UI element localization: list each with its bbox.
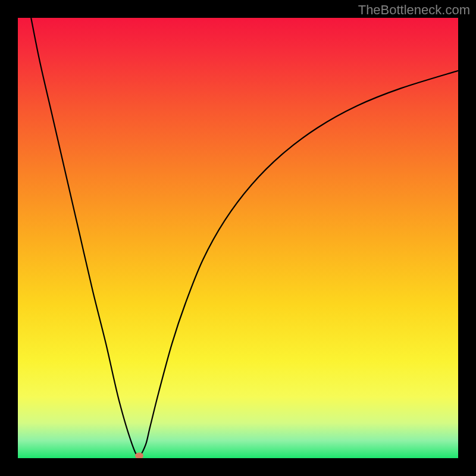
plot-area	[18, 18, 458, 458]
minimum-marker	[135, 453, 143, 458]
gradient-background	[18, 18, 458, 458]
chart-container: TheBottleneck.com	[0, 0, 476, 476]
plot-svg	[18, 18, 458, 458]
watermark-text: TheBottleneck.com	[358, 2, 470, 18]
